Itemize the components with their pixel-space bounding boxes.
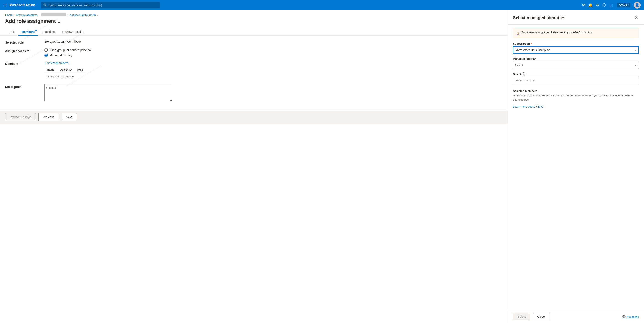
learn-more-rbac-link[interactable]: Learn more about RBAC [513,105,543,108]
right-panel-close-button[interactable]: Close [533,313,550,320]
tab-review-assign[interactable]: Review + assign [59,28,87,36]
selected-members-label: Selected members: [513,89,639,93]
right-panel-footer: Select Close 💬 Feedback [508,310,644,323]
warning-banner: △ Some results might be hidden due to yo… [513,28,639,38]
radio-label-managed: Managed identity [50,54,72,57]
review-assign-button[interactable]: Review + assign [5,113,36,121]
selected-role-value: Storage Account Contributor [44,40,82,43]
breadcrumb-sep-3: | [68,14,68,17]
right-panel: Select managed identities ✕ △ Some resul… [508,10,644,323]
search-input[interactable] [48,4,158,7]
subscription-dropdown[interactable]: Microsoft Azure subscription [513,46,639,54]
search-icon: 🔍 [43,4,47,7]
breadcrumb-storage-accounts[interactable]: Storage accounts [16,13,38,17]
assign-access-row: Assign access to User, group, or service… [5,49,502,57]
help-icon[interactable]: ⓘ [602,3,606,8]
no-members-text: No members selected [44,73,86,80]
next-button[interactable]: Next [62,113,77,121]
select-field-group: Select i [513,72,639,84]
select-label: Select i [513,72,639,76]
page-options-button[interactable]: ... [58,19,61,24]
breadcrumb-resource[interactable] [41,14,66,17]
gear-icon[interactable]: ⚙ [596,3,599,7]
feedback-link[interactable]: 💬 Feedback [622,315,639,318]
subscription-field-group: Subscription * Microsoft Azure subscript… [513,42,639,54]
close-panel-button[interactable]: ✕ [634,15,639,21]
members-table: Name Object ID Type No members selected [44,66,86,80]
description-textarea[interactable] [44,84,172,101]
members-tab-dot [36,30,37,31]
radio-managed-identity[interactable]: Managed identity [44,54,92,57]
page-title-row: Add role assignment ... [0,17,508,24]
description-label: Description [5,84,39,89]
right-panel-select-button[interactable]: Select [513,313,530,320]
warning-text: Some results might be hidden due to your… [521,31,593,34]
description-row: Description [5,84,502,102]
people-icon[interactable]: 👥 [609,3,614,7]
radio-circle-user [44,49,48,52]
feedback-icon: 💬 [622,315,626,318]
selected-role-row: Selected role Storage Account Contributo… [5,40,502,44]
radio-user-group[interactable]: User, group, or service principal [44,49,92,52]
right-panel-title: Select managed identities [513,15,565,20]
left-panel: Home › Storage accounts › | Access Contr… [0,10,508,323]
email-icon[interactable]: ✉ [582,3,585,7]
managed-identity-field-group: Managed identity Select ⌄ [513,57,639,69]
search-bar[interactable]: 🔍 [41,2,160,9]
tabs: Role Members Conditions Review + assign [0,24,508,36]
breadcrumb-iam[interactable]: Access Control (IAM) [70,13,96,17]
tab-members[interactable]: Members [18,28,38,36]
radio-group: User, group, or service principal Manage… [44,49,92,57]
hamburger-icon[interactable]: ☰ [4,3,7,8]
radio-circle-managed [44,54,48,57]
managed-identity-dropdown-wrapper: Select ⌄ [513,61,639,69]
managed-identity-dropdown[interactable]: Select [513,61,639,69]
breadcrumb-sep-1: › [14,14,15,17]
topbar-icons: ✉ 🔔 ⚙ ⓘ 👥 Account 👤 [582,2,640,9]
subscription-label: Subscription * [513,42,639,45]
select-members-link[interactable]: + Select members [44,61,68,65]
tab-role[interactable]: Role [5,28,18,36]
selected-members-desc: No members selected. Search for and add … [513,93,639,102]
form-content: Selected role Storage Account Contributo… [0,36,508,111]
managed-identity-label: Managed identity [513,57,639,60]
col-header-object-id: Object ID [57,66,74,73]
members-row: Members + Select members Name Object ID … [5,61,502,80]
azure-logo: Microsoft Azure [10,3,35,7]
main-layout: Home › Storage accounts › | Access Contr… [0,10,644,323]
members-section: + Select members Name Object ID Type No … [44,61,86,80]
search-by-name-input[interactable] [513,77,639,84]
selected-role-label: Selected role [5,40,39,44]
footer-buttons: Select Close [513,313,550,320]
tab-conditions[interactable]: Conditions [38,28,59,36]
breadcrumb-sep-2: › [39,14,40,17]
members-label: Members [5,61,39,66]
breadcrumb-home[interactable]: Home [5,13,12,17]
bell-icon[interactable]: 🔔 [588,3,593,7]
required-star-subscription: * [531,42,532,45]
avatar[interactable]: 👤 [634,2,640,9]
breadcrumb-sep-4: › [97,14,98,17]
account-button[interactable]: Account [617,3,630,8]
previous-button[interactable]: Previous [38,113,59,121]
right-panel-body: △ Some results might be hidden due to yo… [508,25,644,310]
table-row: No members selected [44,73,86,80]
bottom-bar: Review + assign Previous Next [0,111,508,124]
selected-members-section: Selected members: No members selected. S… [513,89,639,108]
page-title: Add role assignment [5,18,56,24]
col-header-name: Name [44,66,57,73]
breadcrumb: Home › Storage accounts › | Access Contr… [0,10,508,17]
warning-icon: △ [516,31,519,35]
assign-access-label: Assign access to [5,49,39,53]
right-panel-header: Select managed identities ✕ [508,10,644,25]
subscription-dropdown-wrapper: Microsoft Azure subscription ⌄ [513,46,639,54]
topbar: ☰ Microsoft Azure 🔍 ✉ 🔔 ⚙ ⓘ 👥 Account 👤 [0,0,644,10]
col-header-type: Type [74,66,86,73]
select-info-icon[interactable]: i [522,72,525,76]
radio-label-user: User, group, or service principal [50,49,92,52]
